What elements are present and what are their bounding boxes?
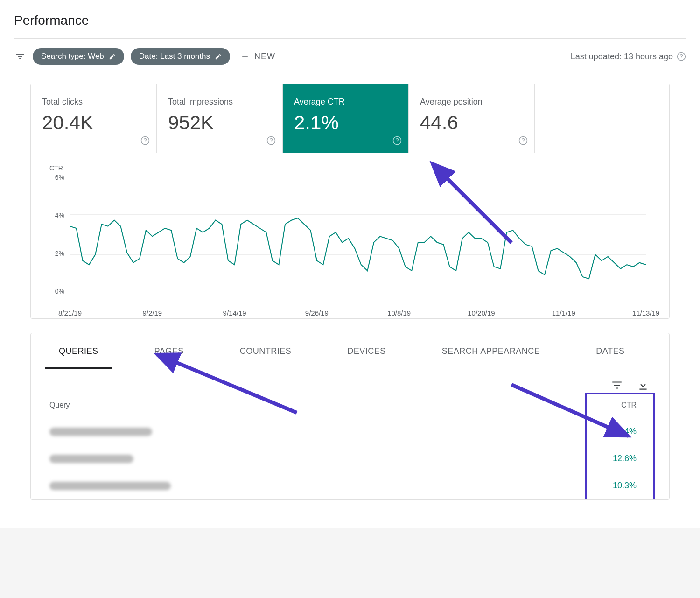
plus-icon <box>240 52 250 61</box>
x-tick: 11/1/19 <box>552 309 575 317</box>
pencil-icon <box>109 53 116 60</box>
chip-date-range-label: Date: Last 3 months <box>139 52 210 61</box>
metric-value: 952K <box>168 112 271 134</box>
help-icon[interactable]: ? <box>518 136 528 147</box>
col-ctr-header: CTR <box>581 401 651 409</box>
metric-total-impressions[interactable]: Total impressions 952K ? <box>157 84 283 153</box>
queries-table: Query CTR 2.4% 12.6% 10.3% <box>31 393 669 499</box>
query-cell <box>49 428 581 436</box>
metric-label: Average position <box>420 97 523 107</box>
tab-search-appearance[interactable]: SEARCH APPEARANCE <box>428 333 554 369</box>
tab-pages[interactable]: PAGES <box>140 333 198 369</box>
tabs-card: QUERIES PAGES COUNTRIES DEVICES SEARCH A… <box>30 333 670 500</box>
x-tick: 11/13/19 <box>632 309 659 317</box>
chart-y-axis: 6% 4% 2% 0% <box>49 174 67 295</box>
x-tick: 8/21/19 <box>58 309 82 317</box>
y-tick: 2% <box>49 250 67 257</box>
chip-search-type[interactable]: Search type: Web <box>33 48 124 65</box>
chart-line <box>70 174 646 295</box>
chart-area: CTR 6% 4% 2% 0% 8/21/199/2/199/14/199/26… <box>31 153 669 318</box>
chip-search-type-label: Search type: Web <box>41 52 104 61</box>
svg-text:?: ? <box>395 137 399 144</box>
download-icon[interactable] <box>636 378 651 393</box>
col-query-header: Query <box>49 401 581 409</box>
y-tick: 4% <box>49 211 67 219</box>
ctr-cell: 2.4% <box>581 427 651 436</box>
x-tick: 9/14/19 <box>223 309 246 317</box>
filter-icon[interactable] <box>14 50 26 63</box>
help-icon[interactable]: ? <box>140 136 150 147</box>
page-root: Performance Search type: Web Date: Last … <box>0 0 700 528</box>
metric-value: 20.4K <box>42 112 145 134</box>
svg-text:?: ? <box>269 137 273 144</box>
toolbar-right: Last updated: 13 hours ago ? <box>571 52 686 62</box>
metric-label: Total impressions <box>168 97 271 107</box>
performance-card: Total clicks 20.4K ? Total impressions 9… <box>30 84 670 319</box>
table-filter-icon[interactable] <box>609 378 624 393</box>
metric-label: Average CTR <box>294 97 397 107</box>
metric-value: 44.6 <box>420 112 523 134</box>
ctr-cell: 12.6% <box>581 454 651 464</box>
x-tick: 10/8/19 <box>387 309 411 317</box>
toolbar: Search type: Web Date: Last 3 months NEW… <box>14 38 686 84</box>
metric-label: Total clicks <box>42 97 145 107</box>
help-icon[interactable]: ? <box>392 136 402 147</box>
pencil-icon <box>215 53 222 60</box>
page-title: Performance <box>14 0 686 38</box>
x-tick: 10/20/19 <box>468 309 495 317</box>
tabs-row: QUERIES PAGES COUNTRIES DEVICES SEARCH A… <box>31 333 669 369</box>
chart-holder: 6% 4% 2% 0% 8/21/199/2/199/14/199/26/191… <box>49 174 646 304</box>
chip-date-range[interactable]: Date: Last 3 months <box>131 48 230 65</box>
query-cell <box>49 455 581 463</box>
metrics-row: Total clicks 20.4K ? Total impressions 9… <box>31 84 669 153</box>
metric-total-clicks[interactable]: Total clicks 20.4K ? <box>31 84 157 153</box>
last-updated-text: Last updated: 13 hours ago <box>571 52 673 62</box>
chart-y-label: CTR <box>49 164 646 172</box>
new-filter-label: NEW <box>254 52 275 62</box>
query-cell <box>49 482 581 490</box>
table-row[interactable]: 10.3% <box>31 472 669 499</box>
y-tick: 0% <box>49 288 67 295</box>
tab-dates[interactable]: DATES <box>582 333 638 369</box>
help-icon[interactable]: ? <box>266 136 276 147</box>
metric-average-position[interactable]: Average position 44.6 ? <box>409 84 535 153</box>
table-row[interactable]: 2.4% <box>31 418 669 445</box>
table-row[interactable]: 12.6% <box>31 445 669 472</box>
metric-value: 2.1% <box>294 112 397 134</box>
help-icon[interactable]: ? <box>677 52 686 61</box>
x-tick: 9/26/19 <box>305 309 329 317</box>
chart-plot-region <box>70 174 646 295</box>
tab-queries[interactable]: QUERIES <box>45 333 112 369</box>
tab-countries[interactable]: COUNTRIES <box>226 333 306 369</box>
y-tick: 6% <box>49 174 67 181</box>
x-tick: 9/2/19 <box>142 309 162 317</box>
table-tools <box>31 369 669 393</box>
svg-text:?: ? <box>679 53 683 60</box>
toolbar-left: Search type: Web Date: Last 3 months NEW <box>14 48 279 65</box>
ctr-cell: 10.3% <box>581 481 651 491</box>
table-header: Query CTR <box>31 393 669 418</box>
new-filter-button[interactable]: NEW <box>237 50 279 63</box>
metric-average-ctr[interactable]: Average CTR 2.1% ? <box>283 84 409 153</box>
svg-text:?: ? <box>143 137 147 144</box>
tab-devices[interactable]: DEVICES <box>333 333 400 369</box>
svg-text:?: ? <box>521 137 525 144</box>
